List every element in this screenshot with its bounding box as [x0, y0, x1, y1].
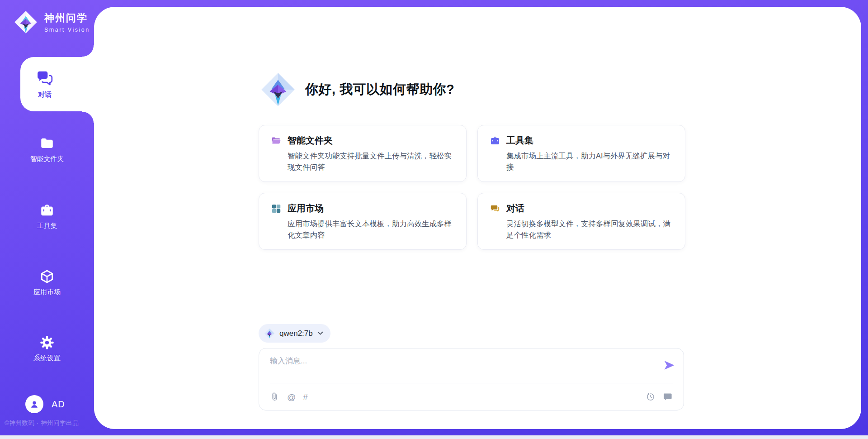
message-input[interactable] [270, 356, 654, 379]
sidebar-item-system-settings[interactable]: 系统设置 [0, 335, 94, 363]
user-profile[interactable]: AD [25, 395, 65, 413]
toolbox-icon [39, 203, 55, 218]
model-name: qwen2:7b [279, 329, 313, 338]
card-title: 智能文件夹 [288, 134, 333, 147]
greeting-text: 你好, 我可以如何帮助你? [305, 81, 454, 99]
sidebar-item-label: 对话 [38, 91, 52, 99]
model-diamond-icon [264, 328, 275, 339]
brand-diamond-icon [14, 10, 38, 34]
copyright-text: ©神州数码 · 神州问学出品 [5, 419, 108, 427]
card-description: 智能文件夹功能支持批量文件上传与清洗，轻松实现文件问答 [288, 150, 456, 173]
welcome-block: 你好, 我可以如何帮助你? [260, 72, 454, 108]
person-icon [29, 399, 39, 409]
history-icon[interactable] [646, 392, 656, 402]
card-title: 应用市场 [288, 202, 324, 215]
composer-divider [270, 383, 673, 383]
app-grid-icon [271, 203, 282, 214]
folder-open-icon [271, 135, 282, 146]
brand-subtitle: Smart Vision [44, 27, 90, 33]
card-app-market[interactable]: 应用市场 应用市场提供丰富长文本模板，助力高效生成多样化文章内容 [259, 193, 467, 250]
tab-curve-top [82, 45, 94, 57]
card-description: 应用市场提供丰富长文本模板，助力高效生成多样化文章内容 [288, 218, 456, 241]
card-toolset[interactable]: 工具集 集成市场上主流工具，助力AI与外界无缝扩展与对接 [477, 125, 685, 182]
brand-logo: 神州问学 Smart Vision [14, 10, 90, 34]
assistant-diamond-icon [260, 72, 296, 108]
brand-name: 神州问学 [44, 11, 90, 25]
at-icon[interactable]: @ [287, 393, 296, 401]
model-selector[interactable]: qwen2:7b [259, 324, 330, 343]
sidebar-item-label: 工具集 [0, 222, 94, 230]
cube-icon [39, 269, 55, 284]
card-title: 对话 [506, 202, 524, 215]
user-initials: AD [52, 399, 65, 410]
sidebar-item-label: 系统设置 [0, 354, 94, 363]
send-button[interactable] [663, 359, 675, 372]
app-window: 神州问学 Smart Vision 对话 智能文件夹 工具集 [0, 0, 868, 439]
message-composer: @ # [259, 348, 684, 410]
send-icon [663, 359, 675, 371]
tab-curve-bottom [82, 111, 94, 123]
gear-icon [39, 335, 55, 350]
card-chat[interactable]: 对话 灵活切换多模型文件，支持多样回复效果调试，满足个性化需求 [477, 193, 685, 250]
bottom-edge-strip [0, 435, 868, 439]
sidebar-item-toolset[interactable]: 工具集 [0, 203, 94, 230]
toolbox-icon [490, 135, 500, 146]
chat-bubble-icon [490, 203, 500, 214]
sidebar-item-label: 智能文件夹 [0, 155, 94, 163]
chat-icon [36, 69, 53, 86]
card-description: 灵活切换多模型文件，支持多样回复效果调试，满足个性化需求 [506, 218, 675, 241]
sidebar-item-smart-folders[interactable]: 智能文件夹 [0, 136, 94, 163]
feature-cards: 智能文件夹 智能文件夹功能支持批量文件上传与清洗，轻松实现文件问答 工具集 集成… [259, 125, 685, 250]
paperclip-icon[interactable] [270, 392, 280, 402]
chat-bubble-icon[interactable] [663, 392, 673, 402]
sidebar-item-chat[interactable]: 对话 [20, 57, 94, 111]
sidebar-item-app-market[interactable]: 应用市场 [0, 269, 94, 296]
card-smart-folders[interactable]: 智能文件夹 智能文件夹功能支持批量文件上传与清洗，轻松实现文件问答 [259, 125, 467, 182]
sidebar-item-label: 应用市场 [0, 288, 94, 296]
chevron-down-icon [317, 331, 323, 336]
card-title: 工具集 [506, 134, 533, 147]
hash-icon[interactable]: # [303, 393, 308, 401]
composer-toolbar: @ # [270, 388, 673, 406]
avatar [25, 395, 43, 413]
card-description: 集成市场上主流工具，助力AI与外界无缝扩展与对接 [506, 150, 675, 173]
folder-icon [39, 136, 55, 151]
